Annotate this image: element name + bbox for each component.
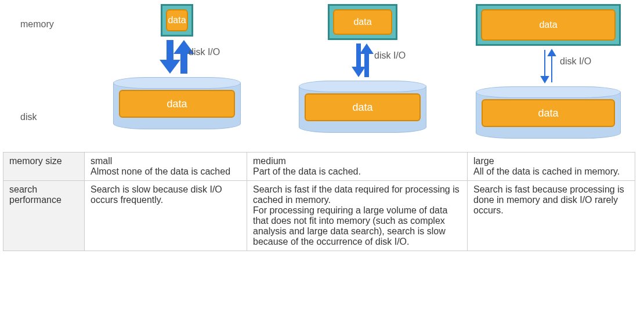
cell-small-size: smallAlmost none of the data is cached xyxy=(85,153,247,181)
disk-small: data xyxy=(113,77,241,129)
row-header-memory-size: memory size xyxy=(3,153,85,181)
col-small: data disk I/O data xyxy=(84,3,270,145)
memory-data-large: data xyxy=(481,9,616,41)
arrows-large: disk I/O xyxy=(455,46,641,86)
cell-large-size: largeAll of the data is cached in memory… xyxy=(468,153,635,181)
diagram-area: memory disk data disk I/O xyxy=(3,3,641,145)
col-large: data disk I/O xyxy=(455,3,641,145)
memory-box-medium: data xyxy=(328,4,397,40)
label-disk: disk xyxy=(20,112,37,122)
io-label-small: disk I/O xyxy=(189,47,220,57)
cell-small-perf: Search is slow because disk I/O occurs f… xyxy=(85,181,247,251)
memory-box-large: data xyxy=(476,4,621,46)
disk-data-small: data xyxy=(119,90,235,118)
disk-medium: data xyxy=(299,81,426,133)
io-arrows-thin-icon xyxy=(537,48,560,85)
col-medium: data disk I/O data xyxy=(270,3,455,145)
svg-marker-0 xyxy=(160,40,180,74)
disk-data-large: data xyxy=(482,99,615,127)
svg-marker-7 xyxy=(548,50,555,56)
row-header-search-perf: search performance xyxy=(3,181,85,251)
diagram-columns: data disk I/O data xyxy=(84,3,641,145)
io-label-large: disk I/O xyxy=(560,56,591,67)
row-labels: memory disk xyxy=(3,3,84,145)
table-row: search performance Search is slow becaus… xyxy=(3,181,635,251)
cell-medium-size: mediumPart of the data is cached. xyxy=(247,153,468,181)
cell-medium-perf: Search is fast if the data required for … xyxy=(247,181,468,251)
io-arrows-medium-icon xyxy=(348,40,377,81)
table-row: memory size smallAlmost none of the data… xyxy=(3,153,635,181)
memory-box-small: data xyxy=(161,4,193,37)
memory-data-medium: data xyxy=(333,9,392,35)
io-label-medium: disk I/O xyxy=(374,50,406,61)
info-table: memory size smallAlmost none of the data… xyxy=(3,152,635,251)
cell-large-perf: Search is fast because processing is don… xyxy=(468,181,635,251)
arrows-small: disk I/O xyxy=(84,37,270,77)
disk-data-medium: data xyxy=(305,93,421,121)
disk-large: data xyxy=(476,86,621,139)
svg-marker-5 xyxy=(541,77,548,82)
arrows-medium: disk I/O xyxy=(270,40,455,81)
memory-data-small: data xyxy=(166,9,188,31)
label-memory: memory xyxy=(20,19,54,30)
